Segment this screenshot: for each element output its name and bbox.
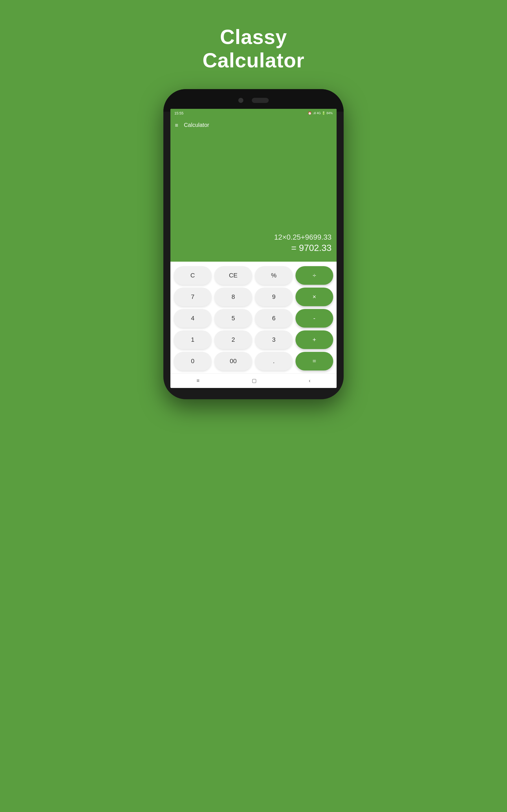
display-expression: 12×0.25+9699.33 [274, 233, 332, 242]
six-button[interactable]: 6 [255, 309, 293, 327]
nav-home-icon[interactable]: ▢ [252, 377, 257, 384]
double-zero-button[interactable]: 00 [214, 352, 252, 370]
nav-menu-icon[interactable]: ≡ [196, 378, 200, 384]
keypad-area: C CE % ÷ 7 8 9 × 4 5 6 - [170, 262, 337, 373]
hamburger-icon[interactable]: ≡ [175, 122, 178, 128]
eight-button[interactable]: 8 [214, 288, 252, 306]
speaker [252, 98, 269, 103]
decimal-button[interactable]: . [255, 352, 293, 370]
seven-button[interactable]: 7 [174, 288, 212, 306]
status-time: 15:55 [174, 111, 184, 115]
nav-back-icon[interactable]: ‹ [309, 378, 311, 384]
phone-shell: 15:55 ⏰ .ıll 4G 🔋 84% ≡ Calculator 12×0.… [163, 89, 344, 399]
minus-button[interactable]: - [295, 309, 333, 327]
toolbar: ≡ Calculator [170, 118, 337, 133]
keypad-row-3: 4 5 6 - [174, 309, 333, 327]
keypad-row-5: 0 00 . = [174, 352, 333, 370]
status-icons: ⏰ .ıll 4G 🔋 84% [308, 111, 333, 115]
one-button[interactable]: 1 [174, 331, 212, 349]
display-result: = 9702.33 [291, 243, 332, 253]
phone-device: 15:55 ⏰ .ıll 4G 🔋 84% ≡ Calculator 12×0.… [163, 89, 344, 709]
two-button[interactable]: 2 [214, 331, 252, 349]
equals-button[interactable]: = [295, 352, 333, 370]
keypad-row-2: 7 8 9 × [174, 288, 333, 306]
divide-button[interactable]: ÷ [295, 266, 333, 285]
status-bar: 15:55 ⏰ .ıll 4G 🔋 84% [170, 109, 337, 118]
three-button[interactable]: 3 [255, 331, 293, 349]
zero-button[interactable]: 0 [174, 352, 212, 370]
bottom-nav: ≡ ▢ ‹ [170, 373, 337, 388]
display-area: 12×0.25+9699.33 = 9702.33 [170, 133, 337, 262]
keypad-row-1: C CE % ÷ [174, 266, 333, 285]
multiply-button[interactable]: × [295, 288, 333, 306]
clear-button[interactable]: C [174, 266, 212, 285]
percent-button[interactable]: % [255, 266, 293, 285]
keypad-row-4: 1 2 3 + [174, 331, 333, 349]
phone-top-bar [163, 89, 344, 112]
toolbar-title: Calculator [184, 122, 209, 128]
five-button[interactable]: 5 [214, 309, 252, 327]
plus-button[interactable]: + [295, 331, 333, 349]
four-button[interactable]: 4 [174, 309, 212, 327]
clear-entry-button[interactable]: CE [214, 266, 252, 285]
front-camera [238, 98, 243, 103]
nine-button[interactable]: 9 [255, 288, 293, 306]
page-title: Classy Calculator [203, 26, 304, 72]
phone-screen: 15:55 ⏰ .ıll 4G 🔋 84% ≡ Calculator 12×0.… [170, 109, 337, 388]
